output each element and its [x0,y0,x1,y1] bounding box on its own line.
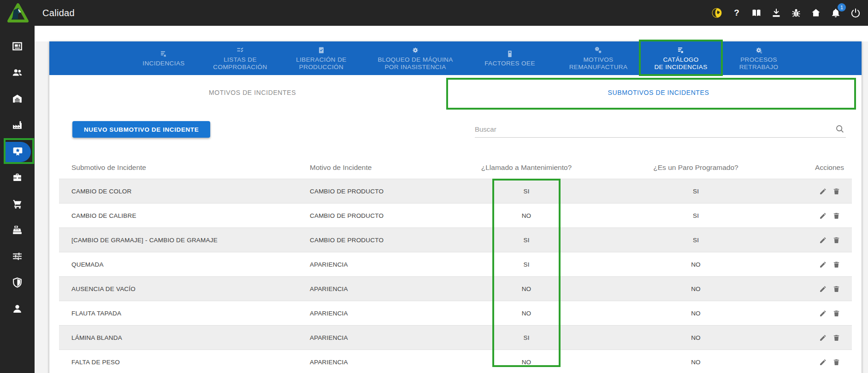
col-header-motivo: Motivo de Incidente [310,163,469,172]
page-title: Calidad [42,8,75,18]
globe-icon[interactable] [711,7,723,19]
tab-label: BLOQUEO DE MÁQUINA POR INASISTENCIA [378,56,453,70]
tab-listas-de-comprobacion[interactable]: LISTAS DE COMPROBACIÓN [207,41,274,75]
table-body: CAMBIO DE COLORCAMBIO DE PRODUCTOSISICAM… [59,179,852,373]
cell-acciones [808,212,851,220]
tab-label: LISTAS DE COMPROBACIÓN [213,56,267,70]
cell-motivo: APARIENCIA [310,334,469,341]
edit-icon[interactable] [819,236,827,244]
tune-icon [12,251,23,264]
edit-icon[interactable] [819,309,827,317]
cell-paro-programado: NO [584,261,808,268]
cell-paro-programado: SI [584,212,808,219]
cell-acciones [808,309,851,317]
tab-factores-oee[interactable]: FACTORES OEE [462,41,558,75]
cell-acciones [808,236,851,244]
col-header-llamado-mantenimiento: ¿Llamado a Mantenimiento? [469,163,584,172]
bug-icon[interactable] [790,7,802,19]
tab-label: FACTORES OEE [484,60,535,67]
svg-text:c: c [760,51,762,54]
gears-icon [594,46,602,55]
subtabs: MOTIVOS DE INCIDENTES SUBMOTIVOS DE INCI… [49,75,862,110]
download-icon[interactable] [770,7,782,19]
sidebar-item-people[interactable] [0,63,35,83]
delete-icon[interactable] [833,236,840,244]
bell-icon[interactable]: 1 [830,7,842,19]
cell-submotivo: QUEMADA [59,261,310,268]
cell-motivo: APARIENCIA [310,359,469,366]
tab-motivos-remanufactura[interactable]: MOTIVOS REMANUFACTURA [558,41,639,75]
cell-llamado-mantenimiento: SI [469,237,584,244]
tab-spacer [49,41,121,75]
app-logo-icon [7,3,29,23]
app-screen: Calidad ?1 INCIDENCIASLISTAS DE COMPROBA… [0,0,868,373]
list-x-icon [677,46,685,55]
book-icon[interactable] [750,7,762,19]
delete-icon[interactable] [833,309,840,317]
cell-motivo: CAMBIO DE PRODUCTO [310,212,469,219]
sidebar-item-cash-register[interactable] [0,221,35,241]
tab-liberacion-de-produccion[interactable]: LIBERACIÓN DE PRODUCCIÓN [274,41,369,75]
shield-icon [12,277,23,290]
sidebar-item-warehouse[interactable] [0,89,35,110]
cell-submotivo: FLAUTA TAPADA [59,310,310,317]
gear-c-icon: c [755,46,763,55]
new-submotivo-button[interactable]: NUEVO SUBMOTIVO DE INCIDENTE [72,121,210,138]
list-x-icon [159,50,168,58]
submotivos-table: Submotivo de Incidente Motivo de Inciden… [59,157,852,373]
newspaper-icon [12,41,23,54]
table-row: QUEMADAAPARIENCIASINO [59,252,852,276]
power-icon[interactable] [850,7,862,19]
cell-llamado-mantenimiento: NO [469,286,584,292]
cell-motivo: CAMBIO DE PRODUCTO [310,188,469,195]
content-card: INCIDENCIASLISTAS DE COMPROBACIÓNLIBERAC… [49,41,862,373]
sidebar-item-person[interactable] [0,299,35,320]
cell-llamado-mantenimiento: NO [469,212,584,219]
tab-bloqueo-de-maquina-por-inasistencia[interactable]: BLOQUEO DE MÁQUINA POR INASISTENCIA [369,41,462,75]
delete-icon[interactable] [833,212,840,220]
home-icon[interactable] [810,7,822,19]
edit-icon[interactable] [819,187,827,195]
cell-paro-programado: NO [584,286,808,292]
gear-icon [411,46,419,55]
delete-icon[interactable] [833,358,840,366]
delete-icon[interactable] [833,334,840,342]
sidebar-item-factory[interactable] [0,116,35,136]
checklist-icon [236,46,244,55]
table-row: AUSENCIA DE VACÍOAPARIENCIANONO [59,276,852,301]
kiosk-icon [506,50,514,58]
edit-icon[interactable] [819,212,827,220]
cell-submotivo: AUSENCIA DE VACÍO [59,286,310,292]
delete-icon[interactable] [833,187,840,195]
doc-check-icon [317,46,325,55]
sidebar [0,26,35,373]
table-row: [CAMBIO DE GRAMAJE] - CAMBIO DE GRAMAJEC… [59,227,852,252]
delete-icon[interactable] [833,261,840,268]
sidebar-item-certificate-active[interactable] [4,142,31,162]
tab-catalogo-de-incidencias[interactable]: CATÁLOGO DE INCIDENCIAS [639,41,723,75]
tab-incidencias[interactable]: INCIDENCIAS [121,41,207,75]
search-icon[interactable] [835,124,846,135]
tab-label: MOTIVOS REMANUFACTURA [569,56,628,70]
sidebar-item-newspaper[interactable] [0,37,35,57]
tab-procesos-retrabajo[interactable]: cPROCESOS RETRABAJO [723,41,795,75]
toolbar: NUEVO SUBMOTIVO DE INCIDENTE [49,110,862,157]
edit-icon[interactable] [819,285,827,293]
sidebar-item-tune[interactable] [0,247,35,267]
search-input[interactable] [475,125,835,133]
edit-icon[interactable] [819,334,827,342]
edit-icon[interactable] [819,358,827,366]
sidebar-item-toolbox[interactable] [0,168,35,188]
topbar: Calidad ?1 [0,0,868,26]
delete-icon[interactable] [833,285,840,293]
cash-register-icon [12,224,23,238]
cell-acciones [808,187,851,195]
tab-label: PROCESOS RETRABAJO [739,56,779,70]
cell-llamado-mantenimiento: SI [469,334,584,341]
subtab-submotivos-de-incidentes[interactable]: SUBMOTIVOS DE INCIDENTES [455,75,862,110]
subtab-motivos-de-incidentes[interactable]: MOTIVOS DE INCIDENTES [49,75,455,110]
help-icon[interactable]: ? [731,7,743,19]
edit-icon[interactable] [819,261,827,268]
sidebar-item-shield[interactable] [0,273,35,293]
sidebar-item-cart[interactable] [0,194,35,215]
